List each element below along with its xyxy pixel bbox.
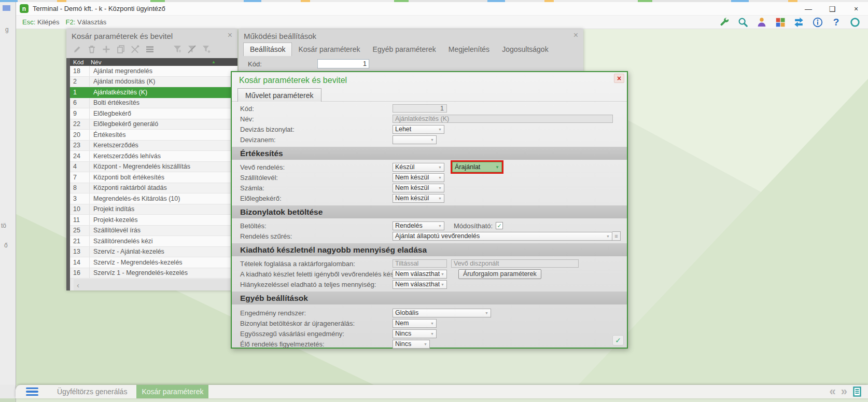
add-icon[interactable]	[101, 44, 111, 55]
filter-icon[interactable]	[172, 44, 183, 55]
table-row[interactable]: 21Szállítórendelés kézi	[70, 236, 237, 247]
dialog-title: Kosár paraméterek és bevitel	[239, 76, 347, 85]
table-row[interactable]: 20Értékesítés	[70, 130, 237, 141]
ar-ujrageneralas-dropdown[interactable]: Nem▼	[393, 319, 437, 328]
dropdown-value: Nincs	[393, 340, 423, 348]
form-row-vevo-rendeles: Vevő rendelés: Készül▼ Árajánlat▼	[232, 162, 627, 172]
vevo-rendeles-dropdown[interactable]: Készül▼	[393, 163, 444, 172]
confirm-check-button[interactable]: ✓	[612, 335, 624, 345]
betoltes-dropdown[interactable]: Rendelés▼	[393, 221, 444, 230]
tab-kosar-parameterek[interactable]: Kosár paraméterek	[292, 43, 366, 56]
cell-kod: 6	[70, 98, 90, 108]
scroll-left-icon[interactable]: ‹	[74, 281, 79, 289]
elolegbekero-dropdown[interactable]: Nem készül▼	[393, 194, 444, 203]
kod-field: 1	[393, 104, 447, 113]
info-icon[interactable]	[811, 16, 823, 28]
field-label: Egyösszegű vásárlási engedmény:	[240, 330, 393, 338]
highlight-outline: Árajánlat▼	[451, 160, 503, 174]
document-list-icon[interactable]	[852, 386, 862, 397]
table-row[interactable]: 23Keretszerződés	[70, 141, 237, 151]
list-lookup-button[interactable]: ≡	[612, 231, 621, 241]
user-icon[interactable]	[755, 16, 767, 28]
panel-toolbar	[66, 42, 237, 57]
tab-egyeb-parameterek[interactable]: Egyéb paraméterek	[367, 43, 442, 56]
table-row[interactable]: 16Szervíz 1 - Megrendelés-kezelés	[70, 268, 237, 279]
modosithato-checkbox[interactable]: ✓	[496, 222, 503, 229]
copy-icon[interactable]	[115, 44, 126, 55]
help-icon[interactable]: ?	[830, 16, 842, 28]
tab-jogosultsagok[interactable]: Jogosultságok	[496, 43, 555, 56]
back-icon[interactable]: «	[830, 386, 836, 397]
column-header-kod[interactable]: Kód	[70, 59, 90, 65]
table-row[interactable]: 11Projekt-kezelés	[70, 215, 237, 226]
table-row[interactable]: 24Keretszerződés lehívás	[70, 151, 237, 162]
table-row[interactable]: 4Központ - Megrendelés kiszállítás	[70, 162, 237, 173]
egyosszegu-dropdown[interactable]: Nincs▼	[393, 329, 437, 338]
transfer-arrows-icon[interactable]	[793, 16, 805, 28]
taskbar-tab-kosar[interactable]: Kosár paraméterek	[136, 385, 208, 398]
background-fragment: ő	[4, 242, 8, 249]
minimize-button[interactable]: —	[796, 5, 820, 13]
close-button[interactable]: ×	[614, 74, 624, 83]
close-icon[interactable]: ×	[573, 32, 578, 40]
elo-rendeles-dropdown[interactable]: Nincs▼	[393, 340, 430, 349]
column-header-nev[interactable]: Név	[90, 59, 101, 65]
horizontal-scrollbar[interactable]: ‹	[74, 279, 237, 290]
field-label: Vevő rendelés:	[240, 163, 393, 171]
engedmeny-dropdown[interactable]: Globális▼	[393, 309, 491, 317]
apps-grid-icon[interactable]	[774, 16, 786, 28]
table-row[interactable]: 25Szállítólevél írás	[70, 226, 237, 237]
close-button[interactable]: ×	[844, 5, 868, 13]
cell-nev: Szervíz - Megrendelés-kezelés	[90, 259, 183, 266]
forward-icon[interactable]: »	[841, 386, 847, 397]
kod-input[interactable]: 1	[317, 59, 369, 68]
delete-icon[interactable]	[86, 44, 97, 55]
menu-item-kilepes[interactable]: Esc: Kilépés	[22, 18, 60, 26]
arajanlat-dropdown[interactable]: Árajánlat▼	[452, 162, 502, 172]
maximize-button[interactable]: ❑	[820, 5, 844, 13]
wrench-icon[interactable]	[718, 16, 730, 28]
table-row[interactable]: 8Központi raktárból átadás	[70, 183, 237, 194]
filter-clear-icon[interactable]	[186, 44, 197, 55]
table-row[interactable]: 9Előlegbekérő	[70, 108, 237, 119]
form-row-betoltes: Betöltés: Rendelés▼ Módosítható: ✓	[232, 220, 627, 231]
table-row[interactable]: 7Központi bolt értékesítés	[70, 172, 237, 183]
menu-item-valasztas[interactable]: F2: Választás	[66, 18, 107, 26]
tab-muvelet-parameterek[interactable]: Művelet paraméterek	[237, 88, 321, 102]
table-row[interactable]: 2Ajánlat módosítás (K)	[70, 77, 237, 88]
hianykezeles-dropdown[interactable]: Nem választható▼	[393, 280, 447, 289]
szamla-dropdown[interactable]: Nem készül▼	[393, 184, 444, 192]
table-row[interactable]: 10Projekt indítás	[70, 204, 237, 215]
section-kiadhato: Kiadható készletnél nagyobb mennyiség el…	[232, 243, 627, 256]
form-row-devizanem: Devizanem: ▼	[232, 134, 627, 145]
form-row-engedmeny: Engedmény rendszer: Globális▼	[232, 308, 627, 318]
aruforgalom-parameterek-button[interactable]: Áruforgalom paraméterek	[458, 269, 541, 279]
close-icon[interactable]: ×	[228, 32, 232, 40]
menu-icon[interactable]	[144, 44, 155, 55]
tab-megjelenites[interactable]: Megjelenítés	[442, 43, 496, 56]
table-row[interactable]: 14Szervíz - Megrendelés-kezelés	[70, 257, 237, 268]
menu-icon[interactable]	[26, 387, 38, 396]
tab-beallitasok[interactable]: Beállítások	[243, 43, 292, 56]
status-circle-icon[interactable]	[849, 16, 861, 28]
tools-icon[interactable]	[130, 44, 141, 55]
kiadhato-dropdown[interactable]: Nem választható▼	[393, 270, 447, 279]
devizanem-dropdown[interactable]: ▼	[393, 135, 437, 144]
search-icon[interactable]	[737, 16, 749, 28]
szallitolevel-dropdown[interactable]: Nem készül▼	[393, 173, 444, 182]
cell-kod: 7	[70, 172, 90, 183]
table-row[interactable]: 13Szervíz - Ajánlat-kezelés	[70, 247, 237, 258]
table-row[interactable]: 3Megrendelés-és Kitárolás (10)	[70, 193, 237, 204]
table-row[interactable]: 22Előlegbekérő generáló	[70, 119, 237, 130]
table-header[interactable]: Kód Név ▲	[70, 58, 237, 66]
edit-icon[interactable]	[72, 44, 82, 55]
filter-add-icon[interactable]	[201, 44, 212, 55]
background-app-sliver-left: g tö ő	[0, 2, 16, 385]
table-row-selected[interactable]: 1Ajánlatkészítés (K)	[70, 87, 237, 98]
rendeles-szures-dropdown[interactable]: Ajánlat állapotú vevőrendelés▼	[393, 232, 612, 241]
table-row[interactable]: 18Ajánlat megrendelés	[70, 66, 237, 77]
taskbar-tab-ugyfeltorzs[interactable]: Ügyféltörzs generálás	[52, 385, 132, 398]
chevron-down-icon: ▼	[429, 322, 436, 325]
table-row[interactable]: 6Bolti értékesítés	[70, 98, 237, 109]
devizas-dropdown[interactable]: Lehet▼	[393, 125, 444, 134]
